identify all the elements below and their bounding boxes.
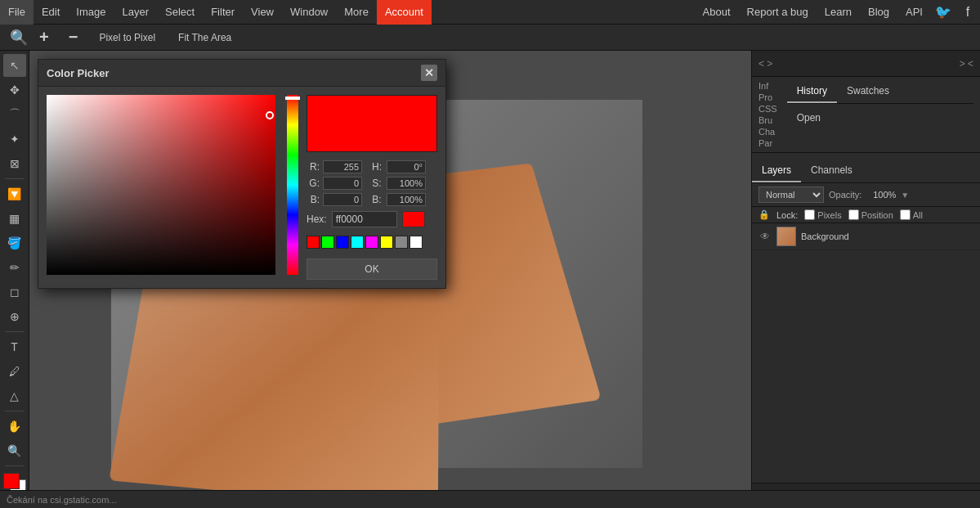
left-toolbar: ↖ ✥ ⌒ ✦ ⊠ 🔽 ▦ 🪣 ✏ ◻ ⊕ T 🖊 △ ✋ 🔍 (0, 51, 29, 508)
hex-input[interactable] (332, 211, 397, 227)
r-input[interactable] (323, 160, 362, 173)
history-open[interactable]: Open (794, 110, 967, 125)
lock-all-checkbox[interactable]: All (900, 209, 923, 220)
swatch-white[interactable] (409, 236, 423, 249)
layer-row-background[interactable]: 👁 Background (752, 223, 980, 250)
pixels-check[interactable] (804, 209, 815, 220)
canvas-area[interactable]: Color Picker ✕ R: H: (29, 51, 751, 508)
tab-channels[interactable]: Channels (801, 160, 862, 182)
swatch-blue[interactable] (336, 236, 349, 249)
swatch-cyan[interactable] (351, 236, 364, 249)
menu-file[interactable]: File (0, 0, 34, 25)
tool-gradient[interactable]: ▦ (3, 207, 26, 230)
menu-report-bug[interactable]: Report a bug (739, 0, 817, 25)
menu-layer[interactable]: Layer (114, 0, 158, 25)
b-label: B: (307, 194, 320, 205)
color-picker-titlebar[interactable]: Color Picker ✕ (38, 60, 445, 87)
par-item[interactable]: Par (758, 137, 777, 149)
h-label: H: (370, 161, 383, 173)
s-label: S: (370, 178, 383, 189)
tool-select[interactable]: ↖ (3, 54, 26, 77)
opacity-arrow-icon[interactable]: ▼ (901, 191, 909, 200)
b-input[interactable] (323, 193, 362, 206)
tool-zoom[interactable]: 🔍 (3, 439, 26, 462)
swatch-magenta[interactable] (365, 236, 378, 249)
layer-visibility-icon[interactable]: 👁 (758, 230, 772, 243)
hex-label: Hex: (307, 214, 327, 225)
swatch-green[interactable] (321, 236, 334, 249)
panel-right-arrow[interactable]: > < (960, 58, 973, 70)
facebook-icon[interactable]: f (958, 2, 978, 22)
all-label: All (913, 210, 923, 220)
pro-item[interactable]: Pro (758, 92, 777, 103)
bru-item[interactable]: Bru (758, 115, 777, 126)
blend-bar: Normal Multiply Screen Opacity: 100% ▼ (752, 183, 980, 207)
tool-brush[interactable]: ✏ (3, 256, 26, 279)
ok-button[interactable]: OK (307, 258, 437, 280)
cha-item[interactable]: Cha (758, 126, 777, 137)
menu-window[interactable]: Window (282, 0, 336, 25)
s-input[interactable] (387, 177, 426, 190)
swatch-red[interactable] (307, 236, 320, 249)
lock-position-checkbox[interactable]: Position (848, 209, 893, 220)
fit-area-button[interactable]: Fit The Area (173, 30, 236, 45)
layers-list: 👁 Background (752, 223, 980, 483)
g-input[interactable] (323, 177, 362, 190)
zoom-in-button[interactable]: + (36, 26, 52, 48)
panel-left-arrow[interactable]: < > (758, 58, 772, 70)
hex-row: Hex: (307, 211, 437, 227)
tool-eraser[interactable]: ◻ (3, 281, 26, 303)
color-preview (307, 95, 437, 152)
menu-image[interactable]: Image (68, 0, 114, 25)
hue-slider[interactable] (287, 95, 298, 275)
h-input[interactable] (387, 160, 426, 173)
menu-about[interactable]: About (695, 0, 739, 25)
pixel-to-pixel-button[interactable]: Pixel to Pixel (94, 30, 160, 45)
menu-filter[interactable]: Filter (203, 0, 243, 25)
swatch-yellow[interactable] (380, 236, 393, 249)
menu-select[interactable]: Select (157, 0, 203, 25)
position-check[interactable] (848, 209, 859, 220)
menu-api[interactable]: API (897, 0, 931, 25)
foreground-color[interactable] (3, 473, 20, 489)
tab-swatches[interactable]: Swatches (837, 80, 899, 103)
tool-text[interactable]: T (3, 335, 26, 358)
opacity-label: Opacity: (829, 190, 861, 200)
menu-account[interactable]: Account (377, 0, 432, 25)
main-layout: ↖ ✥ ⌒ ✦ ⊠ 🔽 ▦ 🪣 ✏ ◻ ⊕ T 🖊 △ ✋ 🔍 (0, 51, 980, 508)
menu-edit[interactable]: Edit (34, 0, 68, 25)
lock-pixels-checkbox[interactable]: Pixels (804, 209, 841, 220)
tool-eyedropper[interactable]: 🔽 (3, 182, 26, 205)
tool-crop[interactable]: ⊠ (3, 152, 26, 175)
swatch-gray[interactable] (395, 236, 408, 249)
color-picker-close-button[interactable]: ✕ (421, 65, 437, 81)
layer-name[interactable]: Background (801, 232, 849, 241)
tool-lasso[interactable]: ⌒ (3, 103, 26, 126)
tab-history[interactable]: History (787, 80, 837, 103)
hex-color-preview (402, 211, 425, 227)
tool-move[interactable]: ✥ (3, 79, 26, 101)
tool-magic-wand[interactable]: ✦ (3, 128, 26, 151)
menu-more[interactable]: More (336, 0, 377, 25)
tab-layers[interactable]: Layers (752, 160, 801, 182)
tool-hand[interactable]: ✋ (3, 415, 26, 438)
tool-clone[interactable]: ⊕ (3, 305, 26, 328)
twitter-icon[interactable]: 🐦 (933, 2, 953, 22)
all-check[interactable] (900, 209, 911, 220)
css-item[interactable]: CSS (758, 103, 777, 115)
opacity-value[interactable]: 100% (866, 190, 896, 200)
zoom-in-icon[interactable]: 🔍 (7, 27, 31, 48)
menu-blog[interactable]: Blog (860, 0, 897, 25)
zoom-out-button[interactable]: − (65, 26, 82, 48)
b2-input[interactable] (387, 193, 426, 206)
lock-label: Lock: (776, 210, 798, 220)
menu-learn[interactable]: Learn (817, 0, 860, 25)
tool-shape[interactable]: △ (3, 384, 26, 407)
color-picker-saturation[interactable] (47, 95, 275, 275)
blend-mode-select[interactable]: Normal Multiply Screen (758, 187, 824, 203)
tool-pen[interactable]: 🖊 (3, 360, 26, 383)
inf-item[interactable]: Inf (758, 80, 777, 92)
menu-view[interactable]: View (243, 0, 282, 25)
rgb-b-row: B: B: (307, 193, 437, 206)
tool-paint-bucket[interactable]: 🪣 (3, 232, 26, 254)
